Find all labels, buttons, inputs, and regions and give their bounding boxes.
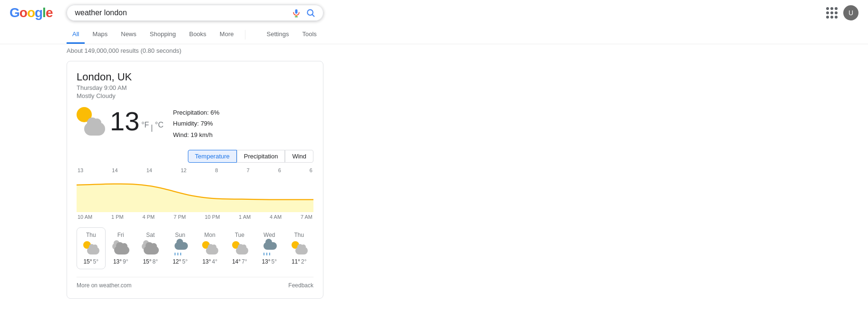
- nav-divider: [245, 30, 245, 39]
- weather-source-link[interactable]: More on weather.com: [77, 282, 131, 289]
- search-submit-icon[interactable]: [306, 8, 315, 18]
- forecast-low: 5°: [272, 258, 277, 265]
- forecast-low: 5°: [182, 258, 187, 265]
- wind-value: 19 km/h: [191, 131, 213, 138]
- weather-card: London, UK Thursday 9:00 AM Mostly Cloud…: [67, 61, 323, 299]
- tab-news[interactable]: News: [115, 26, 142, 44]
- tab-settings[interactable]: Settings: [261, 26, 294, 44]
- search-bar[interactable]: [67, 5, 323, 21]
- weather-icon-large: [77, 107, 105, 136]
- chart-tab-wind[interactable]: Wind: [285, 150, 313, 163]
- time-label-4: 7 PM: [174, 214, 186, 220]
- forecast-day-wed-6[interactable]: Wed13°5°: [255, 227, 284, 269]
- forecast-icon-cloudy: [142, 241, 159, 255]
- forecast-grid: Thu15°5°Fri13°9°Sat15°8°Sun12°5°Mon13°4°…: [77, 227, 313, 269]
- chart-time-labels: 10 AM 1 PM 4 PM 7 PM 10 PM 1 AM 4 AM 7 A…: [77, 214, 313, 220]
- rain-cloudy-icon: [261, 241, 278, 255]
- forecast-low: 4°: [212, 258, 217, 265]
- forecast-high: 12°: [173, 258, 181, 265]
- time-label-3: 4 PM: [143, 214, 155, 220]
- chart-label-3: 14: [146, 167, 152, 173]
- precipitation-label: Precipitation:: [173, 109, 209, 116]
- time-label-2: 1 PM: [111, 214, 124, 220]
- partly-cloudy-icon: [291, 241, 308, 255]
- time-label-8: 7 AM: [301, 214, 312, 220]
- partly-cloudy-icon: [231, 241, 248, 255]
- forecast-temps: 14°7°: [232, 258, 247, 265]
- forecast-high: 15°: [83, 258, 92, 265]
- time-label-5: 10 PM: [205, 214, 220, 220]
- time-label-6: 1 AM: [239, 214, 251, 220]
- forecast-high: 14°: [232, 258, 241, 265]
- forecast-day-name: Fri: [117, 232, 124, 238]
- chart-label-4: 12: [181, 167, 186, 173]
- forecast-day-name: Wed: [263, 232, 275, 238]
- time-label-7: 4 AM: [270, 214, 282, 220]
- partly-cloudy-icon: [82, 241, 99, 255]
- forecast-high: 15°: [143, 258, 151, 265]
- chart-tab-precipitation[interactable]: Precipitation: [237, 150, 285, 163]
- temp-unit-c[interactable]: °C: [155, 121, 164, 129]
- temperature-display: 13 °F | °C: [110, 108, 164, 135]
- search-input[interactable]: [75, 9, 292, 17]
- chart-tabs: Temperature Precipitation Wind: [77, 150, 313, 163]
- forecast-icon-rain: [172, 241, 189, 255]
- weather-location: London, UK: [77, 71, 313, 83]
- forecast-day-tue-5[interactable]: Tue14°7°: [225, 227, 254, 269]
- google-logo: Google: [10, 5, 52, 20]
- forecast-day-name: Sat: [146, 232, 155, 238]
- forecast-low: 9°: [123, 258, 128, 265]
- temp-unit-f[interactable]: °F: [141, 121, 149, 129]
- forecast-temps: 12°5°: [173, 258, 188, 265]
- results-info: About 149,000,000 results (0.80 seconds): [0, 44, 868, 57]
- forecast-day-thu-7[interactable]: Thu11°2°: [285, 227, 314, 269]
- forecast-day-name: Mon: [205, 232, 215, 238]
- tab-shopping[interactable]: Shopping: [144, 26, 182, 44]
- forecast-day-name: Thu: [86, 232, 96, 238]
- forecast-high: 13°: [202, 258, 211, 265]
- forecast-day-mon-4[interactable]: Mon13°4°: [195, 227, 224, 269]
- partly-cloudy-icon: [201, 241, 218, 255]
- feedback-link[interactable]: Feedback: [288, 282, 313, 289]
- wind-label: Wind:: [173, 131, 189, 138]
- forecast-day-sun-3[interactable]: Sun12°5°: [166, 227, 195, 269]
- forecast-icon-partly-cloudy: [291, 241, 308, 255]
- user-avatar[interactable]: U: [843, 5, 858, 20]
- forecast-day-thu-0[interactable]: Thu15°5°: [77, 227, 106, 269]
- tab-maps[interactable]: Maps: [87, 26, 113, 44]
- chart-label-7: 6: [278, 167, 281, 173]
- cloudy-icon: [142, 241, 159, 255]
- weather-time: Thursday 9:00 AM: [77, 84, 313, 91]
- chart-tab-temperature[interactable]: Temperature: [188, 150, 237, 163]
- humidity-value: 79%: [201, 120, 213, 127]
- humidity-label: Humidity:: [173, 120, 199, 127]
- forecast-day-fri-1[interactable]: Fri13°9°: [107, 227, 136, 269]
- header-right: U: [826, 5, 858, 20]
- apps-icon[interactable]: [826, 7, 838, 19]
- nav-tabs: All Maps News Shopping Books More Settin…: [0, 26, 868, 44]
- tab-more[interactable]: More: [214, 26, 240, 44]
- forecast-icon-rain-cloudy: [261, 241, 278, 255]
- cloud-icon: [84, 122, 105, 136]
- forecast-icon-partly-cloudy: [231, 241, 248, 255]
- temperature-chart: [77, 174, 313, 212]
- wind-detail: Wind: 19 km/h: [173, 129, 220, 140]
- tab-all[interactable]: All: [67, 26, 85, 44]
- rain-icon: [172, 241, 189, 255]
- forecast-temps: 13°9°: [113, 258, 128, 265]
- chart-label-5: 8: [215, 167, 218, 173]
- chart-label-2: 14: [112, 167, 117, 173]
- tab-tools[interactable]: Tools: [296, 26, 322, 44]
- forecast-icon-partly-cloudy: [82, 241, 99, 255]
- forecast-day-sat-2[interactable]: Sat15°8°: [136, 227, 165, 269]
- forecast-temps: 13°4°: [202, 258, 217, 265]
- svg-rect-0: [295, 10, 298, 14]
- forecast-temps: 13°5°: [262, 258, 277, 265]
- forecast-icon-cloudy: [112, 241, 129, 255]
- forecast-icon-partly-cloudy: [201, 241, 218, 255]
- voice-search-icon[interactable]: [292, 8, 301, 18]
- tab-books[interactable]: Books: [184, 26, 212, 44]
- forecast-day-name: Tue: [235, 232, 244, 238]
- forecast-high: 11°: [292, 258, 300, 265]
- precipitation-value: 6%: [211, 109, 220, 116]
